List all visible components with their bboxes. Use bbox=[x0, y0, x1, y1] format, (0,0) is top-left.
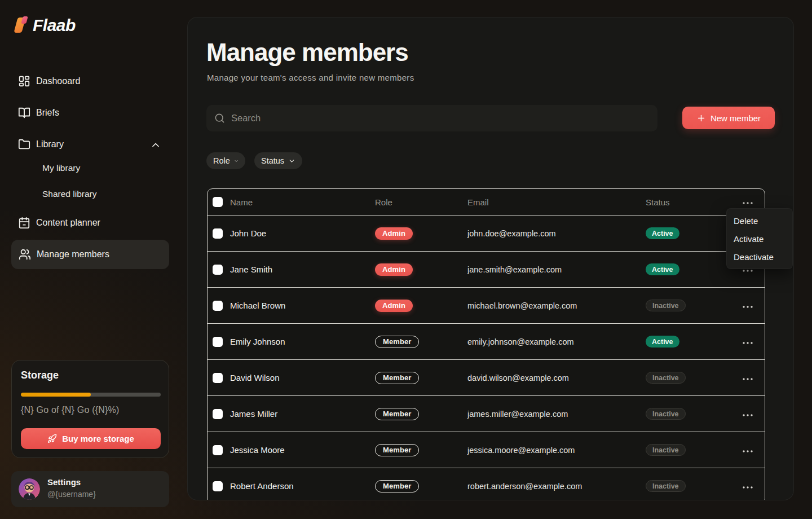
storage-card: Storage {N} Go of {N} Go ({N}%) Buy more… bbox=[11, 360, 169, 458]
row-actions-button[interactable] bbox=[740, 447, 755, 456]
table-header: Name Role Email Status bbox=[208, 189, 765, 215]
role-badge: Member bbox=[375, 480, 419, 492]
members-table: Name Role Email Status John Doe Admin jo… bbox=[207, 188, 765, 500]
member-email: jessica.moore@example.com bbox=[467, 446, 646, 455]
search-box bbox=[206, 105, 657, 131]
book-open-icon bbox=[18, 107, 30, 119]
column-header-role: Role bbox=[375, 197, 467, 207]
table-row: John Doe Admin john.doe@example.com Acti… bbox=[208, 215, 765, 251]
ellipsis-icon bbox=[743, 414, 753, 416]
member-email: robert.anderson@example.com bbox=[467, 482, 646, 491]
storage-progress-bar bbox=[21, 393, 161, 397]
table-row: Robert Anderson Member robert.anderson@e… bbox=[208, 468, 765, 500]
sidebar-item-briefs[interactable]: Briefs bbox=[0, 103, 169, 123]
member-name: John Doe bbox=[230, 228, 375, 238]
menu-item-deactivate[interactable]: Deactivate bbox=[727, 248, 792, 266]
row-checkbox[interactable] bbox=[213, 337, 223, 347]
storage-progress-fill bbox=[21, 393, 91, 397]
new-member-button[interactable]: New member bbox=[682, 107, 775, 129]
sidebar-item-dashboard[interactable]: Dashooard bbox=[0, 71, 169, 91]
sidebar-item-label: Briefs bbox=[36, 108, 59, 118]
header-actions-button[interactable] bbox=[740, 199, 755, 208]
sidebar-item-label: Manage members bbox=[37, 249, 109, 260]
member-name: Jessica Moore bbox=[230, 445, 375, 455]
menu-item-delete[interactable]: Delete bbox=[727, 212, 792, 230]
row-checkbox[interactable] bbox=[213, 409, 223, 419]
status-badge: Inactive bbox=[646, 444, 686, 456]
row-actions-button[interactable] bbox=[740, 302, 755, 311]
settings-label: Settings bbox=[47, 477, 81, 487]
sidebar-item-content-planner[interactable]: Content planner bbox=[0, 213, 169, 233]
role-badge: Member bbox=[375, 336, 419, 348]
buy-more-storage-label: Buy more storage bbox=[62, 434, 134, 443]
sidebar-item-label: Shared library bbox=[42, 189, 97, 199]
sidebar-item-my-library[interactable]: My library bbox=[0, 159, 169, 177]
role-badge: Admin bbox=[375, 300, 413, 312]
storage-title: Storage bbox=[21, 370, 59, 381]
status-badge: Inactive bbox=[646, 300, 686, 311]
role-badge: Admin bbox=[375, 263, 413, 276]
member-email: jane.smith@example.com bbox=[467, 265, 646, 274]
status-badge: Active bbox=[646, 263, 679, 275]
username-label: @{username} bbox=[47, 490, 96, 499]
status-badge: Inactive bbox=[646, 372, 686, 384]
logo-text: Flaab bbox=[33, 16, 76, 35]
role-badge: Member bbox=[375, 372, 419, 384]
column-header-status: Status bbox=[646, 197, 740, 207]
member-name: Michael Brown bbox=[230, 301, 375, 310]
dashboard-icon bbox=[18, 75, 30, 87]
sidebar-item-library[interactable]: Library bbox=[0, 134, 169, 155]
row-context-menu: Delete Activate Deactivate bbox=[726, 208, 793, 269]
folder-icon bbox=[18, 138, 30, 151]
ellipsis-icon bbox=[743, 378, 753, 380]
flaab-logo-icon bbox=[14, 15, 29, 36]
table-row: David Wilson Member david.wilson@example… bbox=[208, 359, 765, 395]
buy-more-storage-button[interactable]: Buy more storage bbox=[21, 428, 161, 449]
sidebar-item-shared-library[interactable]: Shared library bbox=[0, 185, 169, 203]
row-actions-button[interactable] bbox=[740, 375, 755, 384]
member-name: Jane Smith bbox=[230, 265, 375, 274]
row-checkbox[interactable] bbox=[213, 373, 223, 383]
chevron-down-icon bbox=[234, 157, 239, 165]
status-filter-dropdown[interactable]: Status bbox=[254, 152, 302, 169]
column-header-name: Name bbox=[230, 197, 375, 207]
member-email: john.doe@example.com bbox=[467, 229, 646, 238]
select-all-checkbox[interactable] bbox=[213, 197, 223, 207]
users-icon bbox=[19, 248, 31, 261]
row-checkbox[interactable] bbox=[213, 228, 223, 239]
search-icon bbox=[214, 113, 225, 124]
role-badge: Member bbox=[375, 444, 419, 456]
row-actions-button[interactable] bbox=[740, 483, 755, 492]
sidebar-item-label: Dashooard bbox=[36, 76, 80, 86]
row-checkbox[interactable] bbox=[213, 301, 223, 311]
row-checkbox[interactable] bbox=[213, 265, 223, 275]
row-checkbox[interactable] bbox=[213, 445, 223, 455]
sidebar-item-label: My library bbox=[42, 163, 80, 173]
row-checkbox[interactable] bbox=[213, 481, 223, 491]
sidebar-item-label: Library bbox=[36, 139, 64, 149]
sidebar-item-manage-members[interactable]: Manage members bbox=[11, 240, 169, 269]
table-row: Jessica Moore Member jessica.moore@examp… bbox=[208, 432, 765, 468]
member-name: David Wilson bbox=[230, 373, 375, 382]
role-filter-label: Role bbox=[213, 156, 230, 165]
table-row: James Miller Member james.miller@example… bbox=[208, 395, 765, 432]
new-member-label: New member bbox=[710, 113, 761, 123]
role-badge: Member bbox=[375, 408, 419, 420]
profile-settings[interactable]: Settings @{username} bbox=[11, 471, 169, 507]
ellipsis-icon bbox=[743, 486, 753, 489]
table-row: Emily Johnson Member emily.johnson@examp… bbox=[208, 323, 765, 359]
status-badge: Active bbox=[646, 227, 679, 239]
sidebar: Flaab Dashooard Briefs Library My librar… bbox=[0, 0, 187, 519]
role-badge: Admin bbox=[375, 227, 413, 240]
search-input[interactable] bbox=[231, 105, 648, 131]
row-actions-button[interactable] bbox=[740, 338, 755, 348]
logo[interactable]: Flaab bbox=[14, 15, 76, 36]
storage-usage-text: {N} Go of {N} Go ({N}%) bbox=[21, 405, 119, 415]
page-title: Manage members bbox=[206, 38, 408, 67]
plus-icon bbox=[696, 113, 706, 123]
ellipsis-icon bbox=[743, 202, 753, 204]
row-actions-button[interactable] bbox=[740, 411, 755, 420]
chevron-up-icon[interactable] bbox=[150, 139, 161, 151]
menu-item-activate[interactable]: Activate bbox=[727, 230, 792, 248]
role-filter-dropdown[interactable]: Role bbox=[206, 152, 245, 169]
